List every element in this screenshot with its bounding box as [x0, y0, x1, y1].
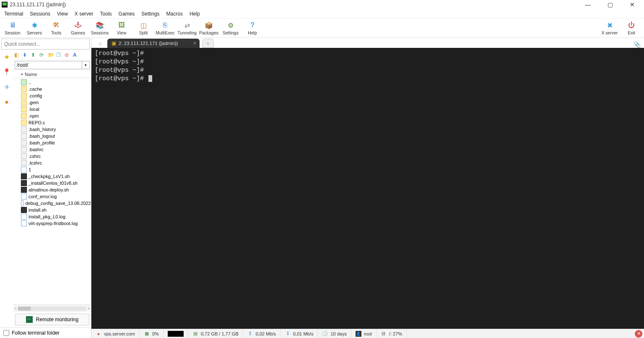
- file-browser-toolbar: ◧ ⬇ ⬆ ⟳ 📁 ❐ ⊘ A: [13, 50, 91, 60]
- home-tab[interactable]: ⌂: [93, 39, 107, 48]
- file-row[interactable]: REPO.c: [13, 119, 91, 126]
- status-close-button[interactable]: ✕: [635, 330, 642, 338]
- minimize-button[interactable]: —: [581, 1, 595, 8]
- file-list-header[interactable]: ▾ Name: [13, 71, 91, 78]
- toolbar-packages[interactable]: 📦Packages: [198, 19, 220, 37]
- quick-connect-input[interactable]: Quick connect...: [1, 39, 90, 50]
- upload-icon[interactable]: ⬆: [31, 52, 37, 58]
- file-name: conf_error.log: [29, 194, 57, 199]
- toolbar-session[interactable]: 🖥Session: [2, 19, 23, 37]
- file-row[interactable]: debug_config_save_13.08.2022: [13, 200, 91, 207]
- terminal-tab[interactable]: ▣ 2. 23.111.121.171 ([admin]) ×: [107, 39, 200, 48]
- toolbar-help[interactable]: ?Help: [242, 19, 263, 37]
- menu-settings[interactable]: Settings: [138, 10, 163, 18]
- plus-icon: ＋: [205, 40, 210, 47]
- toolbar-tools[interactable]: 🛠Tools: [45, 19, 67, 37]
- file-row[interactable]: .cshrc: [13, 153, 91, 160]
- globe-tab-icon[interactable]: ●: [2, 97, 11, 107]
- send-tab-icon[interactable]: ✈: [2, 82, 11, 92]
- sh-icon: [21, 187, 27, 193]
- delete-icon[interactable]: ⊘: [65, 52, 70, 58]
- file-row[interactable]: .gem: [13, 99, 91, 106]
- toolbar-split[interactable]: ◫Split: [132, 19, 154, 37]
- file-row[interactable]: virt-sysprep-firstboot.log: [13, 220, 91, 227]
- toolbar-label: Packages: [199, 30, 218, 35]
- menu-tools[interactable]: Tools: [97, 10, 115, 18]
- file-list-hscroll[interactable]: ‹ ›: [13, 304, 91, 312]
- file-icon: [21, 147, 27, 152]
- star-tab-icon[interactable]: ★: [2, 52, 11, 61]
- file-name: .config: [29, 93, 42, 98]
- file-row[interactable]: _checkpkg_LsV1.sh: [13, 173, 91, 180]
- follow-terminal-checkbox[interactable]: [3, 330, 9, 336]
- file-row[interactable]: .bash_profile: [13, 139, 91, 146]
- menu-games[interactable]: Games: [115, 10, 138, 18]
- file-row[interactable]: conf_error.log: [13, 193, 91, 200]
- download-icon[interactable]: ⬇: [23, 52, 29, 58]
- clock-icon: 🕓: [322, 331, 328, 337]
- file-row[interactable]: .bashrc: [13, 146, 91, 153]
- new-folder-icon[interactable]: 📁: [48, 52, 54, 58]
- window-title: 23.111.121.171 ([admin]): [10, 2, 581, 8]
- toolbar-multiexec[interactable]: ⎘MultiExec: [154, 19, 176, 37]
- toolbar-tunneling[interactable]: ⇄Tunneling: [176, 19, 198, 37]
- folder-icon: [21, 86, 27, 92]
- menu-help[interactable]: Help: [186, 10, 203, 18]
- attach-icon[interactable]: 📎: [634, 41, 641, 48]
- file-row[interactable]: .tcshrc: [13, 160, 91, 166]
- toolbar-exit[interactable]: ⏻Exit: [621, 19, 642, 37]
- file-row[interactable]: .bash_logout: [13, 133, 91, 139]
- file-list[interactable]: ...cache.config.gem.local.npmREPO.c.bash…: [13, 78, 91, 304]
- right-panel: ⌂ ▣ 2. 23.111.121.171 ([admin]) × ＋ 📎 [r…: [91, 38, 644, 338]
- menu-view[interactable]: View: [54, 10, 71, 18]
- toolbar-x-server[interactable]: ✖X server: [599, 19, 621, 37]
- folder-icon: [21, 93, 27, 99]
- maximize-button[interactable]: ▢: [603, 1, 617, 8]
- file-row[interactable]: .local: [13, 106, 91, 113]
- terminal-view[interactable]: [root@vps ~]# [root@vps ~]# [root@vps ~]…: [91, 48, 644, 329]
- copy-icon[interactable]: ❐: [56, 52, 62, 58]
- file-row[interactable]: .cache: [13, 86, 91, 92]
- path-dropdown[interactable]: ▾: [82, 61, 90, 69]
- main-toolbar: 🖥Session✱Servers🛠Tools🕹Games📚Sessions🖼Vi…: [0, 18, 644, 38]
- refresh-icon[interactable]: ⟳: [39, 52, 45, 58]
- toolbar-label: Help: [248, 30, 257, 35]
- close-button[interactable]: ✕: [626, 1, 639, 8]
- doc-icon: [21, 220, 27, 226]
- toolbar-games[interactable]: 🕹Games: [67, 19, 89, 37]
- file-icon: [21, 160, 27, 166]
- file-row[interactable]: .npm: [13, 113, 91, 119]
- file-row[interactable]: ..: [13, 79, 91, 86]
- toolbar-view[interactable]: 🖼View: [111, 19, 132, 37]
- remote-monitoring-button[interactable]: 〰 Remote monitoring: [15, 314, 89, 325]
- edit-icon[interactable]: A: [73, 52, 79, 58]
- toolbar-sessions[interactable]: 📚Sessions: [89, 19, 111, 37]
- file-row[interactable]: 1: [13, 166, 91, 173]
- menu-sessions[interactable]: Sessions: [26, 10, 54, 18]
- menu-x-server[interactable]: X server: [71, 10, 97, 18]
- session-icon: 🖥: [8, 21, 17, 30]
- file-row[interactable]: install_pkg_L0.log: [13, 213, 91, 220]
- file-row[interactable]: _installCentos_t01v8.sh: [13, 180, 91, 186]
- file-row[interactable]: .config: [13, 92, 91, 99]
- scroll-left-icon[interactable]: ‹: [15, 306, 16, 311]
- file-row[interactable]: .bash_history: [13, 126, 91, 133]
- file-icon: [21, 126, 27, 132]
- fb-btn-1[interactable]: ◧: [14, 52, 20, 58]
- tab-close-icon[interactable]: ×: [193, 40, 196, 46]
- terminal-tab-label: 2. 23.111.121.171 ([admin]): [119, 41, 178, 46]
- new-tab-button[interactable]: ＋: [202, 39, 214, 48]
- pin-tab-icon[interactable]: 📍: [2, 67, 11, 76]
- menu-macros[interactable]: Macros: [163, 10, 186, 18]
- file-name: ..: [29, 80, 31, 85]
- menu-terminal[interactable]: Terminal: [1, 10, 26, 18]
- file-name: .local: [29, 107, 39, 112]
- file-row[interactable]: install.sh: [13, 207, 91, 213]
- toolbar-servers[interactable]: ✱Servers: [23, 19, 45, 37]
- file-name: .npm: [29, 113, 39, 118]
- scroll-right-icon[interactable]: ›: [88, 306, 89, 311]
- path-input[interactable]: [15, 61, 82, 69]
- collapse-icon[interactable]: ▾: [21, 72, 23, 76]
- file-row[interactable]: almalinux-deploy.sh: [13, 186, 91, 193]
- toolbar-settings[interactable]: ⚙Settings: [220, 19, 242, 37]
